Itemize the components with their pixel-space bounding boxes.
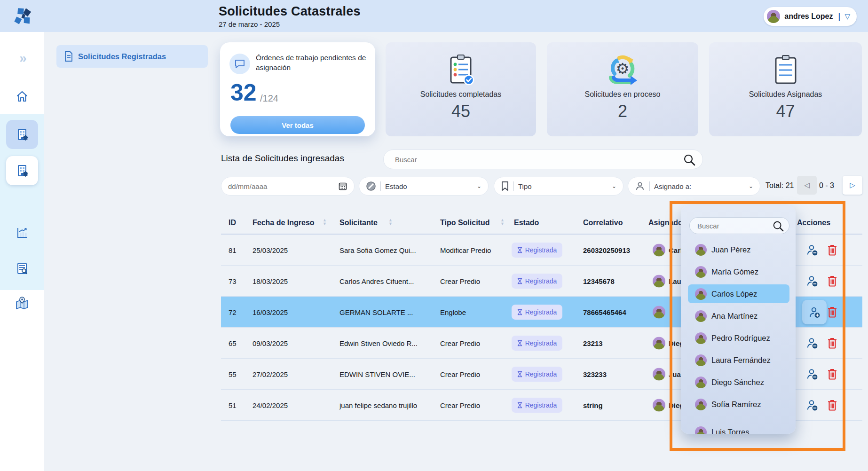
- process-cycle-icon: ⚙: [604, 53, 641, 87]
- app-window: Solicitudes Catastrales 27 de marzo - 20…: [0, 0, 868, 471]
- assignee-avatar: [653, 399, 665, 411]
- cell-tipo: Crear Predio: [440, 401, 480, 409]
- delete-button[interactable]: [827, 306, 838, 318]
- asignado-filter[interactable]: Asignado a: ⌄: [628, 177, 760, 196]
- search-icon[interactable]: [683, 153, 696, 166]
- table-search-input[interactable]: [395, 150, 668, 169]
- assign-option[interactable]: María Gómez: [688, 262, 789, 281]
- hourglass-icon: [517, 402, 522, 408]
- assignee-avatar: [653, 368, 665, 380]
- hourglass-icon: [517, 371, 522, 377]
- pagination-prev-button[interactable]: ◁: [797, 176, 817, 195]
- building-gear-icon: [15, 164, 29, 178]
- stat-value: 47: [776, 102, 795, 121]
- assign-option[interactable]: Luis Torres: [688, 423, 789, 434]
- cell-correlativo: 23213: [583, 339, 603, 347]
- status-badge: Registrada: [512, 367, 562, 382]
- assignee-avatar: [653, 275, 665, 287]
- tipo-filter[interactable]: Tipo ⌄: [494, 177, 623, 196]
- sidebar-item-requests-manage[interactable]: [6, 156, 38, 185]
- unassign-user-button[interactable]: [806, 243, 819, 256]
- document-icon: [64, 51, 73, 62]
- unassign-user-button[interactable]: [806, 368, 819, 380]
- map-pin-icon: [15, 296, 30, 311]
- sidebar-item-statistics[interactable]: [0, 226, 44, 240]
- sidebar-item-document-search[interactable]: [0, 261, 44, 275]
- cell-id: 73: [229, 277, 237, 285]
- delete-button[interactable]: [827, 368, 838, 380]
- cell-tipo: Crear Predio: [440, 370, 480, 378]
- page-title: Solicitudes Catastrales: [219, 4, 361, 19]
- pending-orders-title: Órdenes de trabajo pendientes de asignac…: [256, 53, 369, 72]
- user-name: andres Lopez: [784, 12, 833, 21]
- cell-id: 72: [229, 308, 237, 316]
- col-header-estado: Estado: [514, 219, 539, 227]
- app-logo-icon: [12, 5, 35, 27]
- unassign-user-button[interactable]: [806, 337, 819, 349]
- sidebar-collapse-button[interactable]: »: [0, 51, 44, 66]
- pagination-next-button[interactable]: ▷: [843, 176, 862, 195]
- user-menu-button[interactable]: andres Lopez | ▽: [764, 7, 857, 26]
- cell-fecha: 25/03/2025: [253, 246, 288, 254]
- chevron-down-icon: ▽: [844, 12, 850, 21]
- hourglass-icon: [517, 340, 522, 346]
- option-avatar: [695, 288, 707, 300]
- col-header-id: ID: [229, 219, 236, 227]
- option-label: Sofía Ramírez: [711, 400, 761, 409]
- cell-tipo: Englobe: [440, 308, 466, 316]
- date-filter[interactable]: [221, 177, 355, 196]
- unassign-user-button[interactable]: [806, 399, 819, 411]
- col-header-solicitante: Solicitante: [339, 219, 378, 227]
- assign-option[interactable]: Laura Fernández: [688, 351, 789, 369]
- assign-search-input[interactable]: [697, 218, 768, 234]
- assign-option-selected[interactable]: Carlos López: [688, 284, 789, 303]
- assign-option[interactable]: Ana Martínez: [688, 306, 789, 325]
- assign-option[interactable]: Juan Pérez: [688, 240, 789, 259]
- delete-button[interactable]: [827, 243, 838, 256]
- clipboard-check-icon: [446, 53, 475, 87]
- delete-button[interactable]: [827, 337, 838, 349]
- cell-correlativo: 12345678: [583, 277, 615, 285]
- option-label: Carlos López: [711, 290, 757, 298]
- estado-filter[interactable]: Estado ⌄: [359, 177, 489, 196]
- col-header-tipo: Tipo Solicitud: [440, 219, 489, 227]
- sidebar-item-map[interactable]: [0, 296, 44, 311]
- sort-icon[interactable]: ▲▼: [323, 218, 327, 226]
- sort-icon[interactable]: ▲▼: [500, 218, 505, 226]
- total-count: Total: 21: [765, 181, 794, 190]
- sidebar-item-requests-registered[interactable]: [6, 120, 38, 149]
- cell-id: 81: [229, 246, 237, 254]
- search-icon[interactable]: [772, 220, 784, 232]
- cell-fecha: 18/03/2025: [253, 277, 288, 285]
- assign-user-button-active[interactable]: [802, 300, 827, 324]
- date-filter-input[interactable]: [228, 182, 303, 190]
- cell-fecha: 09/03/2025: [253, 339, 288, 347]
- unassign-user-button[interactable]: [806, 275, 819, 287]
- sidebar: »: [0, 32, 44, 471]
- delete-button[interactable]: [827, 275, 838, 287]
- cell-correlativo: string: [583, 401, 603, 409]
- cell-fecha: 27/02/2025: [253, 370, 288, 378]
- delete-button[interactable]: [827, 399, 838, 411]
- option-avatar: [695, 377, 707, 388]
- assign-option[interactable]: Sofía Ramírez: [688, 395, 789, 414]
- status-badge: Registrada: [512, 336, 562, 351]
- calendar-icon[interactable]: [338, 181, 347, 191]
- option-avatar: [695, 332, 707, 344]
- pending-total: /124: [260, 93, 278, 104]
- option-avatar: [695, 354, 707, 366]
- hourglass-icon: [517, 278, 522, 284]
- pending-count: 32: [230, 79, 257, 106]
- sort-desc-icon: ▼: [500, 222, 505, 226]
- nav-solicitudes-registradas[interactable]: Solicitudes Registradas: [56, 45, 208, 68]
- assign-option[interactable]: Diego Sánchez: [688, 373, 789, 392]
- estado-filter-label: Estado: [385, 182, 407, 190]
- cell-asignado: Carl: [669, 246, 682, 254]
- sidebar-item-home[interactable]: [0, 89, 44, 103]
- double-chevron-right-icon: »: [19, 51, 25, 66]
- chevron-down-icon: ⌄: [612, 183, 616, 189]
- sort-icon[interactable]: ▲▼: [388, 218, 393, 226]
- ver-todas-button[interactable]: Ver todas: [230, 116, 365, 134]
- cell-id: 51: [229, 401, 237, 409]
- assign-option[interactable]: Pedro Rodríguez: [688, 329, 789, 347]
